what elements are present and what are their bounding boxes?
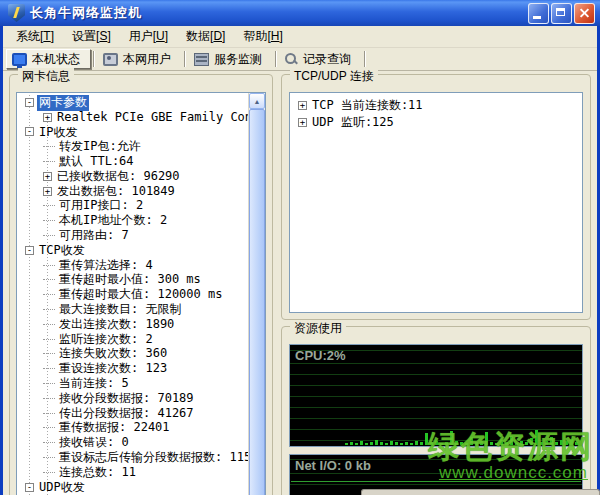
cpu-spike-bar bbox=[435, 441, 438, 445]
tree-item[interactable]: 重传算法选择: 4 bbox=[19, 258, 248, 273]
tree-item[interactable]: 可用路由: 7 bbox=[19, 228, 248, 243]
cpu-spike-bar bbox=[350, 442, 353, 445]
tree-connector bbox=[43, 265, 55, 266]
tree-item[interactable]: +UDP 监听:125 bbox=[292, 114, 580, 131]
minimize-button[interactable] bbox=[528, 3, 549, 24]
tree-connector bbox=[43, 398, 55, 399]
tree-item[interactable]: 连接总数: 11 bbox=[19, 465, 248, 480]
vertical-scrollbar[interactable]: ▲ bbox=[248, 93, 265, 495]
tree-item[interactable]: +TCP 当前连接数:11 bbox=[292, 97, 580, 114]
tree-item[interactable]: 当前连接: 5 bbox=[19, 376, 248, 391]
cpu-spike-bar bbox=[500, 440, 503, 445]
tree-item[interactable]: -IP收发 bbox=[19, 125, 248, 140]
tree-item[interactable]: 接收分段数据报: 70189 bbox=[19, 391, 248, 406]
toolbar-separator bbox=[184, 51, 186, 67]
tree-item[interactable]: +已接收数据包: 96290 bbox=[19, 169, 248, 184]
tree-item[interactable]: 重设连接次数: 123 bbox=[19, 361, 248, 376]
menu-system[interactable]: 系统[T] bbox=[7, 26, 63, 47]
cpu-spike-bar bbox=[490, 442, 493, 445]
scroll-up-arrow-icon[interactable]: ▲ bbox=[249, 93, 265, 109]
net-io-label: Net I/O: 0 kb bbox=[295, 458, 371, 473]
tree-connector bbox=[43, 383, 55, 384]
expand-icon[interactable]: + bbox=[298, 118, 307, 127]
search-icon bbox=[285, 53, 298, 66]
tree-item[interactable]: 最大连接数目: 无限制 bbox=[19, 302, 248, 317]
cpu-spike-bar bbox=[460, 442, 463, 445]
tab-service-monitor-label: 服务监测 bbox=[214, 51, 262, 68]
cpu-usage-graph: CPU:2% bbox=[289, 344, 583, 447]
tree-item[interactable]: +发出数据包: 101849 bbox=[19, 184, 248, 199]
tree-item[interactable]: 重传超时最小值: 300 ms bbox=[19, 273, 248, 288]
cpu-spike-bar bbox=[560, 440, 563, 445]
expand-icon[interactable]: + bbox=[43, 172, 52, 181]
tab-record-query[interactable]: 记录查询 bbox=[279, 49, 362, 69]
expand-icon[interactable]: + bbox=[298, 101, 307, 110]
tree-item[interactable]: 本机IP地址个数: 2 bbox=[19, 213, 248, 228]
scrollbar-thumb[interactable] bbox=[249, 109, 265, 495]
tree-item[interactable]: 接收错误: 0 bbox=[19, 435, 248, 450]
tree-item-label[interactable]: 网卡参数 bbox=[37, 95, 89, 111]
cpu-spike-bar bbox=[410, 443, 413, 445]
cpu-usage-label: CPU:2% bbox=[295, 348, 346, 363]
collapse-icon[interactable]: - bbox=[25, 127, 34, 136]
tab-service-monitor[interactable]: 服务监测 bbox=[188, 49, 273, 69]
tree-item[interactable]: 连接失败次数: 360 bbox=[19, 347, 248, 362]
tab-local-status[interactable]: 本机状态 bbox=[6, 49, 91, 69]
title-bar: 长角牛网络监控机 bbox=[0, 0, 600, 26]
cpu-spike-bar bbox=[440, 443, 443, 445]
tree-item[interactable]: 重传超时最大值: 120000 ms bbox=[19, 287, 248, 302]
tree-item-label[interactable]: UDP收发 bbox=[37, 479, 87, 495]
cpu-spike-bar bbox=[360, 441, 363, 445]
tree-item[interactable]: 重传数据报: 22401 bbox=[19, 421, 248, 436]
tab-network-users[interactable]: 本网用户 bbox=[97, 49, 182, 69]
tree-item[interactable]: -TCP收发 bbox=[19, 243, 248, 258]
expand-icon[interactable]: + bbox=[43, 187, 52, 196]
tree-item-label[interactable]: UDP 监听:125 bbox=[310, 114, 396, 131]
service-monitor-icon bbox=[194, 53, 209, 66]
shield-lightning-icon bbox=[8, 4, 25, 22]
cpu-spike-bar bbox=[540, 442, 543, 445]
tree-item-label[interactable]: Realtek PCIe GBE Family Contro bbox=[55, 110, 248, 124]
tcp-udp-tree-rows: +TCP 当前连接数:11+UDP 监听:125 bbox=[292, 97, 580, 312]
tree-connector bbox=[43, 368, 55, 369]
tree-item[interactable]: -网卡参数 bbox=[19, 95, 248, 110]
tree-connector bbox=[43, 294, 55, 295]
tab-network-users-label: 本网用户 bbox=[123, 51, 171, 68]
tree-connector bbox=[43, 161, 55, 162]
maximize-button[interactable] bbox=[551, 3, 572, 24]
tree-item[interactable]: +Realtek PCIe GBE Family Contro bbox=[19, 110, 248, 125]
tcp-udp-group-title: TCP/UDP 连接 bbox=[290, 68, 378, 85]
cpu-spike-bar bbox=[510, 436, 513, 445]
menu-settings[interactable]: 设置[S] bbox=[63, 26, 120, 47]
tcp-udp-tree: +TCP 当前连接数:11+UDP 监听:125 bbox=[289, 92, 583, 313]
cpu-spike-bar bbox=[375, 440, 378, 445]
tree-item-label[interactable]: TCP 当前连接数:11 bbox=[310, 97, 425, 114]
collapse-icon[interactable]: - bbox=[25, 246, 34, 255]
tree-item[interactable]: 转发IP包:允许 bbox=[19, 139, 248, 154]
tcp-udp-groupbox: TCP/UDP 连接 +TCP 当前连接数:11+UDP 监听:125 bbox=[281, 74, 591, 320]
cpu-spike-bar bbox=[445, 442, 448, 445]
tree-connector bbox=[43, 457, 55, 458]
tree-item[interactable]: 可用IP接口: 2 bbox=[19, 199, 248, 214]
collapse-icon[interactable]: - bbox=[25, 98, 34, 107]
collapse-icon[interactable]: - bbox=[25, 483, 34, 492]
window-title: 长角牛网络监控机 bbox=[30, 4, 526, 22]
menu-users[interactable]: 用户[U] bbox=[120, 26, 177, 47]
cpu-spike-bar bbox=[415, 441, 418, 445]
resource-usage-groupbox: 资源使用 CPU:2% Net I/O: 0 kb bbox=[281, 326, 591, 495]
menu-bar: 系统[T]设置[S]用户[U]数据[D]帮助[H] bbox=[3, 26, 597, 48]
menu-help[interactable]: 帮助[H] bbox=[234, 26, 291, 47]
cpu-spike-bar bbox=[570, 439, 573, 445]
menu-data[interactable]: 数据[D] bbox=[177, 26, 234, 47]
cpu-spike-bar bbox=[555, 442, 558, 445]
cpu-spike-bar bbox=[425, 433, 428, 445]
expand-icon[interactable]: + bbox=[43, 113, 52, 122]
cpu-spike-bar bbox=[550, 437, 553, 445]
tree-item[interactable]: -UDP收发 bbox=[19, 480, 248, 495]
close-button[interactable] bbox=[574, 3, 595, 24]
tree-item[interactable]: 默认 TTL:64 bbox=[19, 154, 248, 169]
tree-item[interactable]: 重设标志后传输分段数据报数: 1158 bbox=[19, 450, 248, 465]
tree-item[interactable]: 监听连接次数: 2 bbox=[19, 332, 248, 347]
tree-item[interactable]: 发出连接次数: 1890 bbox=[19, 317, 248, 332]
tree-item[interactable]: 传出分段数据报: 41267 bbox=[19, 406, 248, 421]
